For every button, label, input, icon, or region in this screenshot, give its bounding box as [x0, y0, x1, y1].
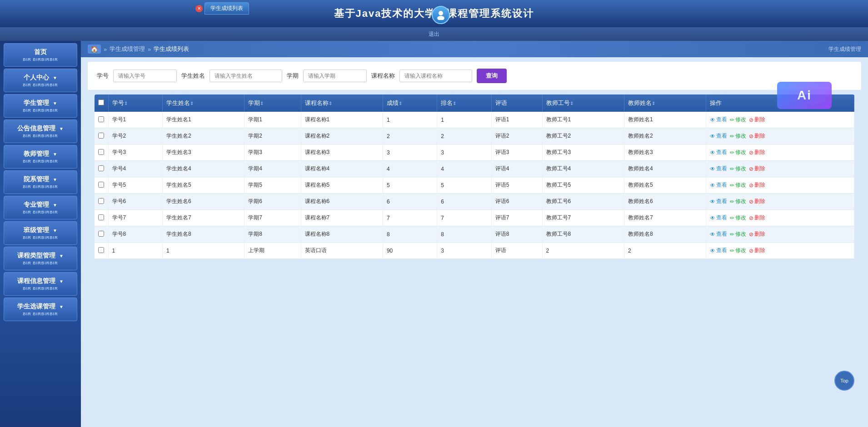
sidebar-item-dept[interactable]: 院系管理 ▼ BIR BIRBIRBIR [4, 170, 77, 194]
view-button-6[interactable]: 👁查看 [710, 214, 727, 222]
header-tab[interactable]: 学生成绩列表 [205, 2, 249, 15]
sort-icon-teacher-id[interactable]: ⇕ [570, 101, 574, 106]
cell-id-5: 学号6 [108, 194, 162, 210]
view-button-1[interactable]: 👁查看 [710, 132, 727, 140]
sidebar-course-type-label: 课程类型管理 ▼ [8, 252, 73, 260]
close-tab-button[interactable]: ✕ [195, 5, 203, 12]
user-icon[interactable] [432, 6, 450, 24]
sidebar-item-course-info[interactable]: 课程信息管理 ▼ BIR BIRBIRBIR [4, 272, 77, 296]
delete-button-8[interactable]: ⊘删除 [749, 247, 765, 254]
delete-button-6[interactable]: ⊘删除 [749, 214, 765, 222]
delete-button-2[interactable]: ⊘删除 [749, 149, 765, 156]
view-button-3[interactable]: 👁查看 [710, 165, 727, 173]
chevron-down-icon: ▼ [53, 75, 57, 80]
row-checkbox-8[interactable] [98, 247, 104, 253]
search-input-course[interactable] [399, 70, 472, 82]
cell-score-1: 2 [383, 128, 437, 144]
sidebar-item-home[interactable]: 首页 BIR BIRBIRBIR [4, 43, 77, 67]
sort-icon-name[interactable]: ⇕ [190, 101, 194, 106]
row-checkbox-3[interactable] [98, 165, 104, 171]
search-input-name[interactable] [210, 70, 282, 82]
table-header-row: 学号⇕ 学生姓名⇕ 学期⇕ 课程名称⇕ 成绩⇕ 排名⇕ 评语 教师工号⇕ 教师姓… [95, 94, 854, 112]
sort-icon-term[interactable]: ⇕ [260, 101, 264, 106]
sidebar-course-type-sub: BIR BIRBIRBIR [8, 261, 73, 265]
sidebar-item-course-type[interactable]: 课程类型管理 ▼ BIR BIRBIRBIR [4, 247, 77, 270]
row-checkbox-5[interactable] [98, 198, 104, 204]
delete-icon: ⊘ [749, 133, 753, 139]
breadcrumb-left: 🏠 » 学生成绩管理 » 学生成绩列表 [88, 45, 189, 54]
edit-button-7[interactable]: ✏修改 [730, 230, 746, 238]
chevron-down-icon: ▼ [53, 152, 57, 157]
row-checkbox-4[interactable] [98, 182, 104, 188]
col-comment: 评语 [491, 94, 542, 112]
cell-name-0: 学生姓名1 [162, 112, 244, 128]
row-checkbox-0[interactable] [98, 116, 104, 122]
sidebar-item-major[interactable]: 专业管理 ▼ BIR BIRBIRBIR [4, 196, 77, 219]
edit-button-8[interactable]: ✏修改 [730, 247, 746, 254]
sort-icon-id[interactable]: ⇕ [124, 101, 128, 106]
cell-teacher-name-4: 教师姓名5 [624, 177, 706, 194]
sidebar-item-notice[interactable]: 公告信息管理 ▼ BIR BIRBIRBIR [4, 119, 77, 143]
cell-term-5: 学期6 [244, 194, 301, 210]
sub-header: 退出 [0, 27, 868, 41]
sidebar-item-teacher[interactable]: 教师管理 ▼ BIR BIRBIRBIR [4, 145, 77, 169]
view-button-8[interactable]: 👁查看 [710, 247, 727, 254]
search-button[interactable]: 查询 [477, 69, 507, 83]
delete-button-3[interactable]: ⊘删除 [749, 165, 765, 173]
row-checkbox-1[interactable] [98, 133, 104, 139]
sidebar-class-label: 班级管理 ▼ [8, 226, 73, 234]
sidebar-major-sub: BIR BIRBIRBIR [8, 210, 73, 214]
cell-action-8: 👁查看 ✏修改 ⊘删除 [706, 243, 854, 259]
cell-term-3: 学期4 [244, 161, 301, 177]
view-button-7[interactable]: 👁查看 [710, 230, 727, 238]
search-input-term[interactable] [303, 70, 367, 82]
edit-button-2[interactable]: ✏修改 [730, 149, 746, 156]
delete-button-7[interactable]: ⊘删除 [749, 230, 765, 238]
delete-button-0[interactable]: ⊘删除 [749, 116, 765, 124]
user-avatar-icon [436, 10, 446, 20]
sidebar-notice-sub: BIR BIRBIRBIR [8, 134, 73, 138]
eye-icon: 👁 [710, 149, 715, 156]
row-checkbox-6[interactable] [98, 214, 104, 220]
sidebar-item-student[interactable]: 学生管理 ▼ BIR BIRBIRBIR [4, 94, 77, 118]
sort-icon-course[interactable]: ⇕ [329, 101, 332, 106]
select-all-checkbox[interactable] [98, 99, 104, 105]
view-button-0[interactable]: 👁查看 [710, 116, 727, 124]
sort-icon-teacher-name[interactable]: ⇕ [652, 101, 655, 106]
search-input-id[interactable] [113, 70, 177, 82]
view-button-4[interactable]: 👁查看 [710, 181, 727, 189]
delete-icon: ⊘ [749, 149, 753, 156]
delete-button-5[interactable]: ⊘删除 [749, 198, 765, 205]
cell-term-6: 学期7 [244, 210, 301, 226]
cell-comment-8: 评语 [491, 243, 542, 259]
cell-teacher-id-6: 教师工号7 [542, 210, 624, 226]
edit-button-6[interactable]: ✏修改 [730, 214, 746, 222]
edit-button-0[interactable]: ✏修改 [730, 116, 746, 124]
cell-score-5: 6 [383, 194, 437, 210]
delete-button-1[interactable]: ⊘删除 [749, 132, 765, 140]
page-wrapper: ✕ 学生成绩列表 基于Java技术的大学生课程管理系统设计 退出 首页 BIR … [0, 0, 868, 427]
sort-icon-rank[interactable]: ⇕ [453, 101, 456, 106]
row-checkbox-2[interactable] [98, 149, 104, 155]
edit-button-4[interactable]: ✏修改 [730, 181, 746, 189]
sidebar-item-personal[interactable]: 个人中心 ▼ BIR BIRBIRBIR [4, 69, 77, 92]
breadcrumb-right-label: 学生成绩管理 [828, 45, 861, 53]
row-checkbox-7[interactable] [98, 231, 104, 237]
home-icon[interactable]: 🏠 [88, 45, 101, 54]
sidebar-item-class[interactable]: 班级管理 ▼ BIR BIRBIRBIR [4, 221, 77, 245]
breadcrumb-link1[interactable]: 学生成绩管理 [110, 45, 145, 53]
top-button[interactable]: Top [834, 371, 854, 391]
sidebar-item-course-select[interactable]: 学生选课管理 ▼ BIR BIRBIRBIR [4, 298, 77, 321]
view-button-2[interactable]: 👁查看 [710, 149, 727, 156]
edit-button-1[interactable]: ✏修改 [730, 132, 746, 140]
edit-button-5[interactable]: ✏修改 [730, 198, 746, 205]
breadcrumb: 🏠 » 学生成绩管理 » 学生成绩列表 学生成绩管理 [81, 41, 868, 57]
table-section: + 添加 ✕ 批量删除 学号⇕ 学生姓名⇕ 学期⇕ 课程名称⇕ 成绩⇕ [88, 94, 861, 259]
cell-id-1: 学号2 [108, 128, 162, 144]
sort-icon-score[interactable]: ⇕ [399, 101, 402, 106]
cell-course-6: 课程名称7 [301, 210, 383, 226]
back-label[interactable]: 退出 [429, 30, 439, 38]
delete-button-4[interactable]: ⊘删除 [749, 181, 765, 189]
view-button-5[interactable]: 👁查看 [710, 198, 727, 205]
edit-button-3[interactable]: ✏修改 [730, 165, 746, 173]
